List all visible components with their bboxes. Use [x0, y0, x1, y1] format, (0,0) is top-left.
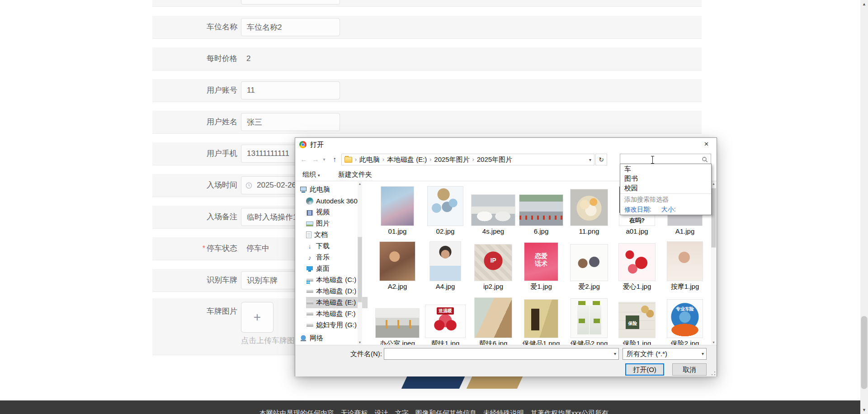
open-button[interactable]: 打开(O)	[625, 363, 664, 376]
user-account-input[interactable]	[241, 81, 340, 99]
file-item[interactable]: IP ip2.jpg	[471, 239, 516, 290]
file-item[interactable]: 保健品2.png	[566, 296, 612, 345]
user-name-input[interactable]	[241, 113, 340, 131]
sidebar-scrollbar[interactable]: ▲ ▼	[358, 181, 362, 345]
file-item[interactable]: 送温暖 帮扶1.jpg	[423, 296, 468, 345]
file-item[interactable]: 专业车险 保险2.jpg	[662, 296, 708, 345]
breadcrumb-folder-1[interactable]: 2025年图片	[434, 155, 469, 164]
organize-label: 组织	[302, 170, 316, 178]
refresh-button[interactable]: ↻	[595, 154, 607, 165]
back-icon[interactable]: ←	[299, 151, 309, 168]
sidebar-label: 网络	[310, 334, 323, 343]
file-item[interactable]: 02.jpg	[423, 184, 468, 235]
file-item[interactable]: 恋爱话术 爱1.jpg	[519, 239, 564, 291]
parking-name-input[interactable]	[241, 18, 340, 36]
address-bar[interactable]: › 此电脑 › 本地磁盘 (E:) › 2025年图片 › 2025年图片 ▾	[341, 154, 594, 165]
file-item[interactable]: 按摩1.jpg	[662, 239, 708, 291]
file-thumbnail[interactable]: 送温暖	[425, 305, 465, 338]
file-thumbnail[interactable]	[667, 242, 703, 281]
entry-time-label: 入场时间	[152, 174, 237, 197]
list-scrollbar[interactable]: ▲ ▼	[711, 181, 716, 345]
form-row-hourly-price: 每时价格 2	[152, 47, 702, 71]
list-scroll-up-icon[interactable]: ▲	[711, 182, 716, 185]
sidebar-item-network[interactable]: 网络	[300, 333, 361, 344]
search-suggestion[interactable]: 图书	[620, 174, 711, 183]
file-thumbnail[interactable]	[430, 242, 461, 281]
file-item[interactable]: 爱2.jpg	[566, 239, 612, 291]
breadcrumb-drive-e[interactable]: 本地磁盘 (E:)	[387, 155, 427, 164]
desktop-icon	[306, 265, 313, 273]
partial-input[interactable]	[241, 0, 340, 5]
sidebar-scroll-up-icon[interactable]: ▲	[358, 182, 362, 185]
close-button[interactable]: ×	[696, 138, 717, 151]
file-item[interactable]: 帮扶6.jpg	[471, 296, 516, 345]
file-thumbnail[interactable]: 恋爱话术	[524, 243, 558, 281]
search-suggestion[interactable]: 校园	[620, 183, 711, 193]
sidebar-scroll-down-icon[interactable]: ▼	[358, 341, 362, 344]
breadcrumb-this-pc[interactable]: 此电脑	[359, 155, 380, 164]
sidebar-label: 本地磁盘 (C:)	[316, 276, 356, 284]
file-item[interactable]: A2.jpg	[375, 239, 420, 290]
resize-grip[interactable]	[711, 371, 716, 376]
organize-button[interactable]: 组织▾	[302, 168, 320, 182]
filter-date-link[interactable]: 修改日期:	[624, 206, 651, 213]
drive-icon	[306, 310, 313, 318]
filename-dropdown-icon[interactable]: ▾	[614, 348, 616, 359]
parking-status-label: *停车状态	[152, 237, 237, 260]
file-thumbnail[interactable]	[571, 189, 608, 226]
sidebar-item-this-pc[interactable]: 此电脑	[300, 184, 361, 195]
breadcrumb-folder-2[interactable]: 2025年图片	[477, 155, 512, 164]
file-item[interactable]: 办公室.jpeg	[375, 296, 420, 345]
filter-size-link[interactable]: 大小:	[661, 206, 676, 213]
search-suggestion[interactable]: 车	[620, 164, 711, 174]
list-scroll-down-icon[interactable]: ▼	[711, 341, 716, 344]
dialog-titlebar[interactable]: 打开 ×	[295, 138, 717, 151]
sidebar-scrollbar-thumb[interactable]	[358, 237, 362, 302]
page-scrollbar[interactable]: ▲ ▼	[860, 0, 868, 414]
file-thumbnail[interactable]: 专业车险	[667, 300, 703, 338]
file-thumbnail[interactable]	[519, 195, 563, 226]
pictures-icon	[306, 221, 313, 226]
crumb-separator-icon: ›	[472, 156, 474, 163]
list-scrollbar-thumb[interactable]	[712, 188, 716, 247]
file-name: 爱1.jpg	[519, 282, 564, 291]
file-thumbnail[interactable]	[524, 300, 558, 338]
new-folder-button[interactable]: 新建文件夹	[338, 168, 372, 181]
page-scroll-up-icon[interactable]: ▲	[860, 2, 868, 6]
drive-icon	[306, 288, 313, 295]
form-row-parking-name: 车位名称	[152, 16, 702, 39]
file-item[interactable]: A4.jpg	[423, 239, 468, 290]
file-item[interactable]: 保健品1.png	[519, 296, 564, 345]
upload-plate-image-button[interactable]: +	[241, 302, 274, 333]
file-thumbnail[interactable]: 保险	[619, 302, 655, 338]
file-thumbnail[interactable]	[619, 244, 655, 281]
file-item[interactable]: 6.jpg	[519, 184, 564, 235]
up-icon[interactable]: ↑	[330, 151, 340, 168]
file-item[interactable]: 爱心1.jpg	[614, 239, 660, 291]
file-name: 01.jpg	[375, 227, 420, 235]
forward-icon[interactable]: →	[311, 151, 321, 168]
file-thumbnail[interactable]	[475, 298, 512, 338]
file-thumbnail[interactable]	[472, 195, 515, 226]
address-dropdown-icon[interactable]: ▾	[589, 157, 591, 162]
file-thumbnail[interactable]	[381, 187, 414, 226]
page-scrollbar-thumb[interactable]	[861, 316, 867, 389]
file-item[interactable]: 11.png	[566, 184, 612, 235]
page-scroll-down-icon[interactable]: ▼	[860, 408, 868, 412]
cancel-button[interactable]: 取消	[672, 363, 707, 376]
file-thumbnail[interactable]	[571, 245, 608, 281]
dropdown-separator	[620, 193, 711, 194]
file-item[interactable]: 4s.jpeg	[471, 184, 516, 235]
file-thumbnail[interactable]: IP	[475, 245, 512, 281]
file-thumbnail[interactable]	[428, 187, 463, 226]
file-thumbnail[interactable]	[376, 309, 419, 338]
file-name: 帮扶1.jpg	[423, 339, 468, 345]
file-thumbnail[interactable]	[380, 242, 415, 281]
file-type-select[interactable]: 所有文件 (*.*) ▾	[623, 348, 707, 360]
file-item[interactable]: 保险 保险1.jpg	[614, 296, 660, 345]
file-thumbnail[interactable]	[571, 299, 607, 338]
file-item[interactable]: 01.jpg	[375, 184, 420, 235]
history-chevron-icon[interactable]: ▾	[321, 151, 327, 168]
filename-input[interactable]: ▾	[384, 348, 619, 360]
file-name: 6.jpg	[519, 227, 564, 235]
